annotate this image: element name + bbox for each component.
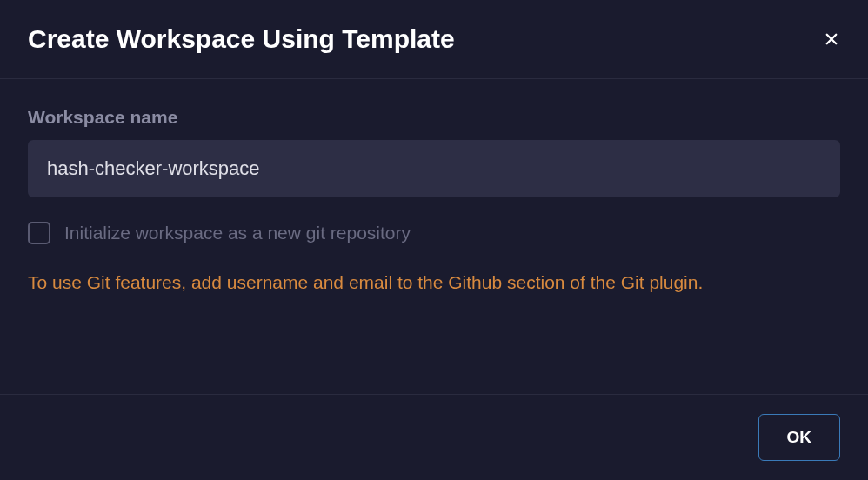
workspace-name-label: Workspace name xyxy=(28,107,840,128)
close-icon[interactable] xyxy=(823,30,840,48)
git-init-checkbox-label[interactable]: Initialize workspace as a new git reposi… xyxy=(64,223,411,243)
git-init-checkbox[interactable] xyxy=(28,222,50,244)
dialog-header: Create Workspace Using Template xyxy=(0,0,868,79)
dialog-footer: OK xyxy=(0,394,868,480)
git-warning-message: To use Git features, add username and em… xyxy=(28,269,840,297)
dialog-body: Workspace name Initialize workspace as a… xyxy=(0,79,868,394)
git-init-row: Initialize workspace as a new git reposi… xyxy=(28,222,840,244)
workspace-name-input[interactable] xyxy=(28,140,840,197)
dialog-title: Create Workspace Using Template xyxy=(28,24,455,54)
ok-button[interactable]: OK xyxy=(758,414,841,461)
create-workspace-dialog: Create Workspace Using Template Workspac… xyxy=(0,0,868,480)
